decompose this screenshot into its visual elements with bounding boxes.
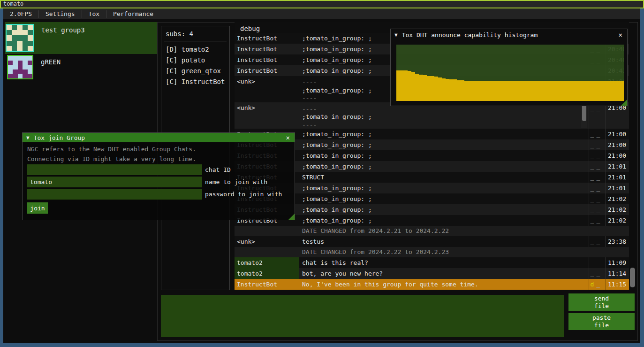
date-row-name-cell	[235, 226, 299, 236]
histogram-bar	[506, 81, 510, 101]
close-icon[interactable]: ✕	[286, 134, 290, 141]
close-icon[interactable]: ✕	[619, 31, 622, 39]
histogram-bar	[400, 70, 404, 101]
avatar-pixel	[23, 41, 28, 46]
message-input[interactable]	[161, 295, 564, 337]
histogram-bar	[468, 81, 472, 101]
message-text-cell: ;tomato_in_group: ;	[299, 150, 589, 161]
message-flag: _	[595, 102, 601, 129]
member-green_qtox[interactable]: [C] green_qtox	[166, 66, 221, 77]
join-password-input[interactable]	[27, 189, 202, 200]
message-row[interactable]: InstructBotNo, I've been in this group f…	[235, 279, 629, 290]
avatar-pixel	[28, 46, 33, 51]
avatar-pixel	[23, 65, 27, 69]
join-name-input[interactable]	[27, 177, 202, 187]
message-line: ;tomato_in_group: ;	[302, 215, 589, 226]
avatar-pixel	[28, 61, 32, 65]
collapse-arrow-icon[interactable]: ▼	[394, 32, 398, 38]
histogram-bar	[597, 81, 601, 101]
group-avatar	[6, 24, 34, 52]
join-button[interactable]: join	[27, 202, 48, 214]
avatar-pixel	[28, 74, 32, 78]
message-line: ;tomato_in_group: ;	[302, 183, 589, 193]
avatar-pixel	[7, 35, 12, 40]
histogram-bars	[396, 45, 624, 101]
avatar-pixel	[18, 69, 23, 74]
join-desc-line1: NGC refers to the New DHT enabled Group …	[27, 146, 196, 153]
message-row[interactable]: tomato2chat is this real?__11:09	[235, 257, 629, 268]
subs-count-header: subs: 4	[166, 30, 193, 38]
histogram-bar	[529, 81, 533, 101]
message-line: No, I've been in this group for quite so…	[302, 279, 589, 290]
message-text-cell: ;tomato_in_group: ;	[299, 139, 589, 150]
message-line: testus	[302, 236, 589, 247]
message-line: STRUCT	[302, 172, 589, 183]
group-list-sidebar: test_group3gREEN	[5, 22, 157, 80]
collapse-arrow-icon[interactable]: ▼	[26, 135, 30, 141]
menu-item-tox[interactable]: Tox	[82, 8, 106, 19]
avatar-pixel	[23, 74, 27, 78]
message-row[interactable]: <unk>----;tomato_in_group: ;----__21:00	[235, 102, 629, 129]
sender-name-cell: <unk>	[235, 236, 299, 247]
message-time-cell: 21:02	[605, 204, 629, 215]
avatar-pixel	[12, 41, 17, 46]
member-tomato2[interactable]: [D] tomato2	[166, 44, 209, 55]
member-potato[interactable]: [C] potato	[166, 55, 205, 66]
avatar-pixel	[8, 61, 13, 65]
histogram-bar	[411, 72, 415, 101]
message-flag: _	[595, 204, 601, 215]
resize-grip-icon[interactable]	[621, 100, 627, 106]
histogram-bar	[480, 81, 484, 101]
histogram-bar	[590, 81, 593, 101]
chat-scrollbar-thumb[interactable]	[630, 268, 635, 287]
histogram-bar	[491, 81, 495, 101]
avatar-pixel	[18, 61, 23, 65]
histogram-bar	[434, 77, 438, 101]
message-text-cell: chat is this real?	[299, 257, 589, 268]
message-row[interactable]: tomato2bot, are you new here?__11:14	[235, 268, 629, 279]
histogram-bar	[582, 81, 586, 101]
avatar-pixel	[23, 56, 27, 61]
message-flag: _	[589, 215, 595, 226]
message-flag: _	[589, 257, 595, 268]
avatar-pixel	[23, 25, 28, 30]
avatar-pixel	[13, 69, 17, 74]
menu-item-performance[interactable]: Performance	[106, 8, 160, 19]
message-text-cell: STRUCT	[299, 172, 589, 183]
histogram-bar	[559, 81, 563, 101]
sender-name-cell: InstructBot	[235, 54, 299, 65]
message-text-cell: ;tomato_in_group: ;	[299, 193, 589, 204]
member-instructbot[interactable]: [C] InstructBot	[166, 77, 225, 87]
message-line: chat is this real?	[302, 257, 589, 268]
message-text-cell: ;tomato_in_group: ;	[299, 161, 589, 172]
paste-file-button[interactable]: paste file	[568, 313, 635, 330]
message-scrollbar-track[interactable]	[581, 103, 587, 128]
histogram-bar	[616, 81, 620, 101]
sidebar-item-green[interactable]: gREEN	[5, 54, 157, 80]
message-flag: _	[589, 129, 595, 139]
dht-histogram-title: Tox DHT announce capability histogram	[402, 31, 538, 39]
avatar-pixel	[18, 56, 23, 61]
histogram-bar	[404, 70, 408, 101]
send-file-button[interactable]: send file	[568, 293, 635, 311]
message-line: ;tomato_in_group: ;	[302, 150, 589, 161]
message-time-cell: 21:01	[605, 172, 629, 183]
message-row[interactable]: <unk>testus__23:38	[235, 236, 629, 247]
chat-id-input[interactable]	[27, 164, 202, 175]
resize-grip-icon[interactable]	[288, 214, 295, 220]
sidebar-item-test_group3[interactable]: test_group3	[5, 22, 157, 54]
date-change-text: DATE CHANGED from 2024.2.21 to 2024.2.22	[302, 226, 589, 236]
avatar-pixel	[17, 41, 22, 46]
message-time-cell: 21:01	[605, 183, 629, 193]
avatar-pixel	[7, 41, 12, 46]
avatar-pixel	[13, 74, 17, 78]
chat-id-label: chat ID	[205, 166, 231, 173]
menu-item-settings[interactable]: Settings	[39, 8, 82, 19]
message-text-cell: ;tomato_in_group: ;	[299, 204, 589, 215]
window-title: tomato	[3, 0, 23, 7]
message-scrollbar-thumb[interactable]	[582, 104, 586, 121]
histogram-bar	[408, 71, 411, 101]
message-flag: _	[595, 150, 601, 161]
join-group-window: ▼ Tox join Group ✕ NGC refers to the New…	[23, 133, 295, 220]
date-change-row: DATE CHANGED from 2024.2.21 to 2024.2.22	[235, 226, 629, 236]
